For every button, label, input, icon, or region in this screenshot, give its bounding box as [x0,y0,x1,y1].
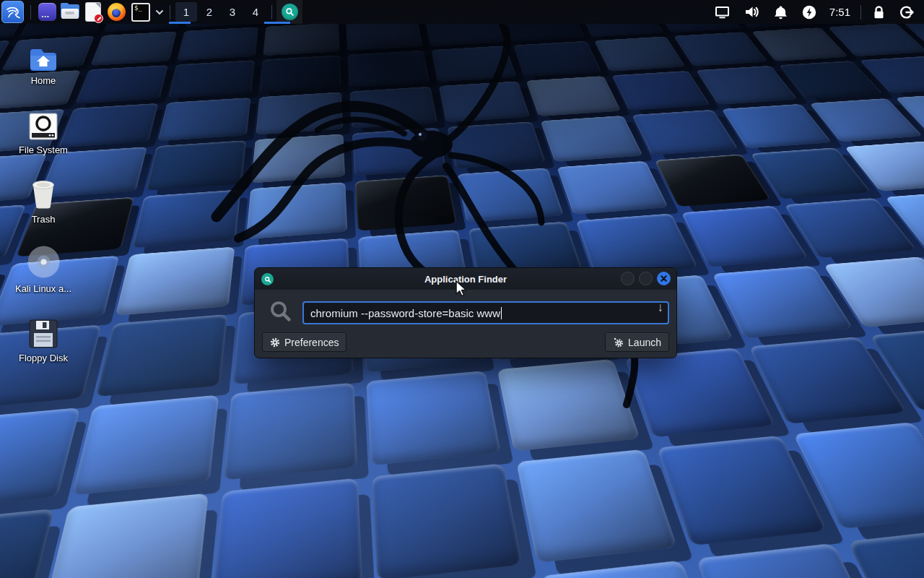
search-icon [268,298,294,324]
preferences-button[interactable]: Preferences [262,332,346,352]
optical-disc-icon [27,246,61,279]
firefox-icon [108,3,126,21]
dialog-body: chromium --password-store=basic www ↓ Pr… [255,290,676,358]
volume-icon [744,5,759,19]
workspace-3[interactable]: 3 [222,2,243,22]
file-manager-icon [61,4,79,20]
launcher-terminal-dropdown[interactable]: $_ [128,0,154,24]
display-settings-tray-button[interactable] [707,0,737,24]
volume-tray-button[interactable] [737,0,767,24]
desktop-icon-file-system[interactable]: File System [0,107,87,155]
desktop-icon-kali-cd[interactable]: Kali Linux a... [0,246,87,294]
terminal-emulator-icon: ••• [38,3,56,21]
kali-logo-icon [4,4,22,21]
workspace-4[interactable]: 4 [245,2,266,22]
screen-lock-icon [873,5,885,20]
titlebar[interactable]: Application Finder [255,268,676,290]
system-tray: 7:51 [707,0,924,24]
launch-icon [613,337,624,348]
desktop-icon-label: Home [31,75,56,86]
terminal-prompt-icon: $_ [131,3,150,22]
window-title: Application Finder [255,274,676,285]
desktop-icon-label: Trash [32,214,56,225]
desktop-icon-trash[interactable]: Trash [0,176,87,225]
active-workspace-underline [169,22,191,24]
desktop-icon-floppy[interactable]: Floppy Disk [0,315,87,363]
active-window-underline [264,22,290,24]
workspace-label: 1 [183,6,189,18]
panel-separator [170,5,170,20]
search-input[interactable]: chromium --password-store=basic www [302,301,669,324]
minimize-button[interactable] [621,272,635,285]
desktop-icon-label: File System [19,144,68,155]
screen-lock-button[interactable] [866,0,892,24]
launcher-terminal-emulator[interactable]: ••• [35,0,58,24]
desktop: Home File System [0,0,924,578]
workspace-1[interactable]: 1 [175,2,197,22]
chevron-down-icon [155,8,164,17]
text-caret [501,307,502,319]
text-editor-icon [86,3,100,21]
maximize-button[interactable] [639,272,653,285]
desktop-icon-column: Home File System [0,38,87,384]
hard-drive-icon [29,107,58,140]
close-icon [661,275,667,282]
logout-icon [899,5,914,20]
panel-separator [860,5,861,20]
power-manager-icon [802,5,816,20]
workspace-2[interactable]: 2 [199,2,220,22]
workspace-label: 3 [230,6,235,18]
launcher-firefox[interactable] [105,0,128,24]
desktop-icon-label: Floppy Disk [19,353,68,363]
taskbar-application-finder-button[interactable] [276,0,302,24]
search-input-text: chromium --password-store=basic www [310,307,500,319]
workspace-label: 2 [206,6,212,18]
display-icon [715,6,730,19]
preferences-label: Preferences [284,337,339,348]
launch-label: Launch [628,337,661,348]
top-panel: ••• $_ 1 2 3 4 [0,0,924,24]
close-button[interactable] [657,272,671,285]
clock[interactable]: 7:51 [824,6,856,18]
panel-separator [271,5,272,20]
panel-separator [30,5,31,20]
launcher-file-manager[interactable] [58,0,82,24]
trash-can-icon [30,176,57,210]
home-folder-icon [29,38,58,71]
power-manager-tray-button[interactable] [795,0,824,24]
launch-button[interactable]: Launch [605,332,669,352]
applications-menu-button[interactable] [1,1,24,23]
application-finder-magnifier-icon [282,4,298,20]
floppy-disk-icon [29,315,58,348]
desktop-icon-home[interactable]: Home [0,38,87,86]
window-app-icon [261,273,274,285]
gear-icon [270,337,280,348]
workspace-label: 4 [253,6,258,18]
dropdown-arrow-icon[interactable]: ↓ [658,301,664,314]
terminal-dropdown-chevron[interactable] [154,8,165,17]
notifications-bell-icon [774,5,788,20]
launcher-text-editor[interactable] [82,0,105,24]
application-finder-window: Application Finder chromium --password-s… [254,267,677,358]
desktop-icon-label: Kali Linux a... [15,283,71,294]
notifications-tray-button[interactable] [767,0,795,24]
logout-button[interactable] [892,0,924,24]
